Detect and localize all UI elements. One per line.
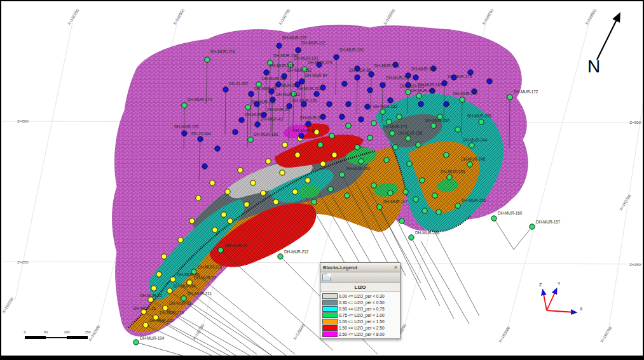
drillhole-collar[interactable] xyxy=(228,218,233,223)
drillhole-collar[interactable] xyxy=(170,277,175,282)
drillhole-collar[interactable] xyxy=(329,133,334,138)
drillhole-collar[interactable] xyxy=(156,272,161,277)
drillhole-collar[interactable] xyxy=(163,305,168,310)
drillhole-collar[interactable] xyxy=(377,204,382,210)
drillhole-collar[interactable] xyxy=(399,218,404,223)
drillhole-collar[interactable] xyxy=(143,323,148,328)
legend-copy-icon[interactable] xyxy=(322,274,331,281)
drillhole-collar[interactable] xyxy=(215,146,220,151)
drillhole-collar[interactable] xyxy=(250,180,256,185)
drillhole-collar[interactable] xyxy=(327,102,332,107)
drillhole-collar[interactable] xyxy=(380,109,385,114)
drillhole-collar[interactable] xyxy=(198,137,203,142)
drillhole-collar[interactable] xyxy=(406,136,411,141)
drillhole-collar[interactable] xyxy=(255,122,260,127)
drillhole-collar[interactable] xyxy=(278,254,283,259)
drillhole-collar[interactable] xyxy=(225,189,230,194)
drillhole-collar[interactable] xyxy=(507,95,512,100)
drillhole-collar[interactable] xyxy=(432,193,437,198)
drillhole-collar[interactable] xyxy=(413,75,418,80)
drillhole-collar[interactable] xyxy=(387,119,392,124)
drillhole-collar[interactable] xyxy=(342,81,347,86)
drillhole-collar[interactable] xyxy=(261,190,266,196)
drillhole-collar[interactable] xyxy=(248,137,253,142)
drillhole-collar[interactable] xyxy=(479,119,484,124)
drillhole-collar[interactable] xyxy=(444,102,449,107)
drillhole-collar[interactable] xyxy=(397,114,402,119)
drillhole-collar[interactable] xyxy=(371,183,376,188)
drillhole-collar[interactable] xyxy=(444,152,449,157)
drillhole-collar[interactable] xyxy=(407,161,412,166)
drillhole-collar[interactable] xyxy=(530,224,535,229)
drillhole-collar[interactable] xyxy=(312,199,317,204)
drillhole-collar[interactable] xyxy=(393,145,398,150)
drillhole-collar[interactable] xyxy=(218,248,223,253)
drillhole-collar[interactable] xyxy=(334,55,339,60)
drillhole-collar[interactable] xyxy=(238,168,243,173)
drillhole-collar[interactable] xyxy=(469,143,474,148)
drillhole-collar[interactable] xyxy=(299,133,304,138)
drillhole-collar[interactable] xyxy=(388,190,393,196)
drillhole-collar[interactable] xyxy=(320,161,325,166)
drillhole-collar[interactable] xyxy=(355,145,360,150)
blocks-legend-window[interactable]: Blocks-Legend × Li2O 0.00 <= Li2O_per < … xyxy=(320,262,401,339)
drillhole-collar[interactable] xyxy=(299,79,305,84)
drillhole-collar[interactable] xyxy=(245,105,250,110)
drillhole-collar[interactable] xyxy=(202,164,207,169)
drillhole-collar[interactable] xyxy=(282,142,287,147)
drillhole-collar[interactable] xyxy=(431,123,436,128)
drillhole-collar[interactable] xyxy=(314,91,319,97)
drillhole-collar[interactable] xyxy=(273,199,278,204)
drillhole-collar[interactable] xyxy=(369,72,374,77)
drillhole-collar[interactable] xyxy=(151,286,156,291)
drillhole-collar[interactable] xyxy=(460,97,465,102)
drillhole-collar[interactable] xyxy=(328,187,333,192)
drillhole-collar[interactable] xyxy=(167,288,172,293)
drillhole-collar[interactable] xyxy=(196,196,201,201)
drillhole-collar[interactable] xyxy=(266,159,271,164)
drillhole-collar[interactable] xyxy=(416,93,421,98)
drillhole-collar[interactable] xyxy=(413,197,418,202)
drillhole-collar[interactable] xyxy=(345,193,350,198)
close-icon[interactable]: × xyxy=(394,265,397,270)
drillhole-collar[interactable] xyxy=(178,237,183,243)
drillhole-collar[interactable] xyxy=(455,127,460,132)
drillhole-collar[interactable] xyxy=(359,159,364,164)
drillhole-collar[interactable] xyxy=(189,218,195,223)
drillhole-collar[interactable] xyxy=(355,75,360,80)
drillhole-collar[interactable] xyxy=(455,203,460,208)
drillhole-collar[interactable] xyxy=(491,216,497,221)
drillhole-collar[interactable] xyxy=(420,178,425,183)
drillhole-collar[interactable] xyxy=(487,79,492,84)
drillhole-collar[interactable] xyxy=(467,162,472,167)
drillhole-collar[interactable] xyxy=(244,202,249,207)
drillhole-collar[interactable] xyxy=(161,254,167,259)
drillhole-collar[interactable] xyxy=(422,208,427,213)
drillhole-collar[interactable] xyxy=(447,175,452,180)
drillhole-collar[interactable] xyxy=(367,135,373,140)
drillhole-collar[interactable] xyxy=(367,88,373,93)
drillhole-collar[interactable] xyxy=(239,117,244,123)
drillhole-collar[interactable] xyxy=(296,48,301,53)
drillhole-collar[interactable] xyxy=(205,57,210,62)
drillhole-collar[interactable] xyxy=(210,180,215,185)
drillhole-collar[interactable] xyxy=(221,212,226,217)
drillhole-collar[interactable] xyxy=(182,131,187,136)
drillhole-collar[interactable] xyxy=(295,152,300,157)
drillhole-collar[interactable] xyxy=(264,70,269,75)
drillhole-collar[interactable] xyxy=(384,157,389,163)
drillhole-collar[interactable] xyxy=(371,121,376,126)
drillhole-collar[interactable] xyxy=(249,91,254,97)
drillhole-collar[interactable] xyxy=(442,81,447,86)
drillhole-collar[interactable] xyxy=(305,178,310,183)
drillhole-collar[interactable] xyxy=(346,102,351,107)
drillhole-collar[interactable] xyxy=(212,227,217,232)
drillhole-collar[interactable] xyxy=(306,121,311,126)
drillhole-collar[interactable] xyxy=(359,117,364,122)
drillhole-collar[interactable] xyxy=(418,102,423,107)
drillhole-collar[interactable] xyxy=(148,297,153,302)
drillhole-collar[interactable] xyxy=(292,189,298,194)
drillhole-collar[interactable] xyxy=(365,104,370,109)
drillhole-collar[interactable] xyxy=(223,87,228,92)
drillhole-collar[interactable] xyxy=(277,43,282,48)
